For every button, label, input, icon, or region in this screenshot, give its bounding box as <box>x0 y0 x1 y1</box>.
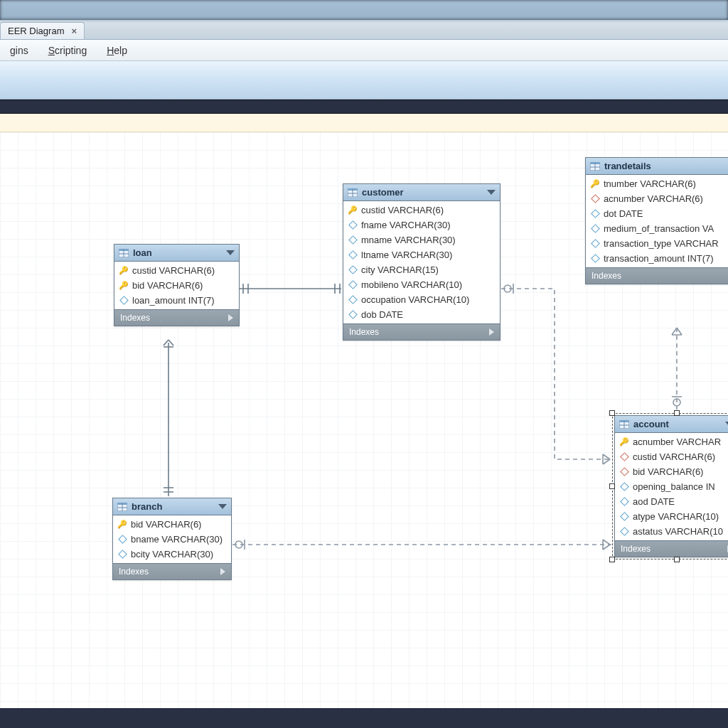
table-icon <box>590 162 600 171</box>
column-row[interactable]: 🔑tnumber VARCHAR(6) <box>586 176 728 191</box>
indexes-section[interactable]: Indexes <box>343 323 500 340</box>
column-row[interactable]: acnumber VARCHAR(6) <box>586 191 728 206</box>
column-diamond-icon <box>619 527 629 537</box>
menu-scripting[interactable]: Scripting <box>38 45 97 56</box>
chevron-down-icon[interactable] <box>226 250 235 255</box>
column-row[interactable]: custid VARCHAR(6) <box>615 449 728 464</box>
column-diamond-icon <box>117 535 127 545</box>
column-text: custid VARCHAR(6) <box>132 265 215 276</box>
column-row[interactable]: 🔑bid VARCHAR(6) <box>113 517 231 532</box>
entity-loan[interactable]: loan 🔑custid VARCHAR(6)🔑bid VARCHAR(6)lo… <box>114 244 240 326</box>
column-row[interactable]: bid VARCHAR(6) <box>615 464 728 479</box>
svg-point-0 <box>504 285 511 292</box>
chevron-down-icon[interactable] <box>218 504 227 509</box>
column-row[interactable]: 🔑acnumber VARCHAR <box>615 434 728 449</box>
column-row[interactable]: medium_of_transaction VA <box>586 221 728 236</box>
indexes-section[interactable]: Indexes <box>615 540 728 557</box>
column-diamond-icon <box>117 550 127 560</box>
column-text: fname VARCHAR(30) <box>361 220 450 230</box>
indexes-section[interactable]: Indexes <box>586 267 728 284</box>
chevron-down-icon[interactable] <box>487 190 496 195</box>
column-diamond-icon <box>348 310 358 320</box>
resize-handle[interactable] <box>674 410 680 416</box>
indexes-label: Indexes <box>119 567 220 577</box>
entity-header[interactable]: trandetails <box>586 158 728 175</box>
tab-label: EER Diagram <box>8 26 64 36</box>
column-diamond-icon <box>348 235 358 245</box>
column-row[interactable]: transaction_type VARCHAR <box>586 236 728 251</box>
indexes-section[interactable]: Indexes <box>114 309 239 326</box>
entity-title: branch <box>132 501 218 512</box>
entity-account[interactable]: account 🔑acnumber VARCHARcustid VARCHAR(… <box>614 415 728 557</box>
column-text: bid VARCHAR(6) <box>132 280 203 291</box>
resize-handle[interactable] <box>609 557 615 562</box>
window-chrome-blur <box>0 0 728 20</box>
column-text: bid VARCHAR(6) <box>633 466 703 477</box>
menu-plugins[interactable]: gins <box>0 45 38 56</box>
column-text: custid VARCHAR(6) <box>361 205 444 215</box>
column-text: opening_balance IN <box>633 481 715 492</box>
entity-branch[interactable]: branch 🔑bid VARCHAR(6)bname VARCHAR(30)b… <box>112 498 232 580</box>
column-text: aod DATE <box>633 496 675 507</box>
column-row[interactable]: atype VARCHAR(10) <box>615 509 728 524</box>
column-text: atype VARCHAR(10) <box>633 511 719 522</box>
column-row[interactable]: ltname VARCHAR(30) <box>343 247 500 262</box>
column-row[interactable]: mobileno VARCHAR(10) <box>343 277 500 292</box>
key-icon: 🔑 <box>119 281 129 291</box>
column-text: transaction_type VARCHAR <box>604 238 719 249</box>
column-row[interactable]: bname VARCHAR(30) <box>113 532 231 547</box>
column-row[interactable]: fname VARCHAR(30) <box>343 218 500 232</box>
indexes-label: Indexes <box>592 271 728 281</box>
entity-customer[interactable]: customer 🔑custid VARCHAR(6)fname VARCHAR… <box>343 183 500 341</box>
column-text: occupation VARCHAR(10) <box>361 294 469 305</box>
column-text: loan_amount INT(7) <box>132 295 215 306</box>
column-row[interactable]: occupation VARCHAR(10) <box>343 292 500 307</box>
entity-title: account <box>633 419 725 429</box>
column-text: acnumber VARCHAR <box>633 437 721 447</box>
column-row[interactable]: 🔑custid VARCHAR(6) <box>114 263 239 278</box>
column-row[interactable]: loan_amount INT(7) <box>114 293 239 308</box>
column-row[interactable]: opening_balance IN <box>615 479 728 494</box>
column-text: city VARCHAR(15) <box>361 264 439 275</box>
column-diamond-icon <box>348 250 358 260</box>
column-row[interactable]: dob DATE <box>343 307 500 322</box>
entity-header[interactable]: loan <box>114 245 239 262</box>
table-icon <box>348 188 358 197</box>
indexes-label: Indexes <box>621 544 727 554</box>
column-row[interactable]: aod DATE <box>615 494 728 509</box>
column-row[interactable]: bcity VARCHAR(30) <box>113 547 231 562</box>
column-diamond-icon <box>348 280 358 290</box>
close-icon[interactable]: × <box>71 26 77 36</box>
resize-handle[interactable] <box>674 557 680 562</box>
column-text: astatus VARCHAR(10 <box>633 526 723 537</box>
resize-handle[interactable] <box>609 483 615 489</box>
indexes-label: Indexes <box>120 313 228 323</box>
entity-header[interactable]: account <box>615 416 728 433</box>
chevron-down-icon[interactable] <box>725 422 728 427</box>
fk-diamond-icon <box>619 467 629 477</box>
column-row[interactable]: transaction_amount INT(7) <box>586 251 728 266</box>
column-diamond-icon <box>590 209 600 219</box>
column-row[interactable]: astatus VARCHAR(10 <box>615 524 728 539</box>
column-row[interactable]: 🔑custid VARCHAR(6) <box>343 203 500 218</box>
column-row[interactable]: city VARCHAR(15) <box>343 262 500 277</box>
column-text: custid VARCHAR(6) <box>633 451 715 462</box>
entity-header[interactable]: branch <box>113 498 231 515</box>
tab-eer-diagram[interactable]: EER Diagram × <box>0 22 85 39</box>
table-icon <box>117 503 127 511</box>
entity-header[interactable]: customer <box>343 184 500 201</box>
column-list: 🔑tnumber VARCHAR(6)acnumber VARCHAR(6)do… <box>586 175 728 267</box>
svg-point-2 <box>235 541 242 548</box>
resize-handle[interactable] <box>609 410 615 416</box>
column-diamond-icon <box>619 512 629 522</box>
diagram-canvas[interactable]: loan 🔑custid VARCHAR(6)🔑bid VARCHAR(6)lo… <box>0 132 728 708</box>
dark-band <box>0 100 728 114</box>
column-row[interactable]: mname VARCHAR(30) <box>343 232 500 247</box>
menu-help[interactable]: Help <box>97 45 137 56</box>
fk-diamond-icon <box>590 194 600 204</box>
column-text: dob DATE <box>361 309 403 320</box>
entity-trandetails[interactable]: trandetails 🔑tnumber VARCHAR(6)acnumber … <box>585 157 728 284</box>
column-row[interactable]: dot DATE <box>586 206 728 221</box>
column-row[interactable]: 🔑bid VARCHAR(6) <box>114 278 239 293</box>
indexes-section[interactable]: Indexes <box>113 563 231 579</box>
